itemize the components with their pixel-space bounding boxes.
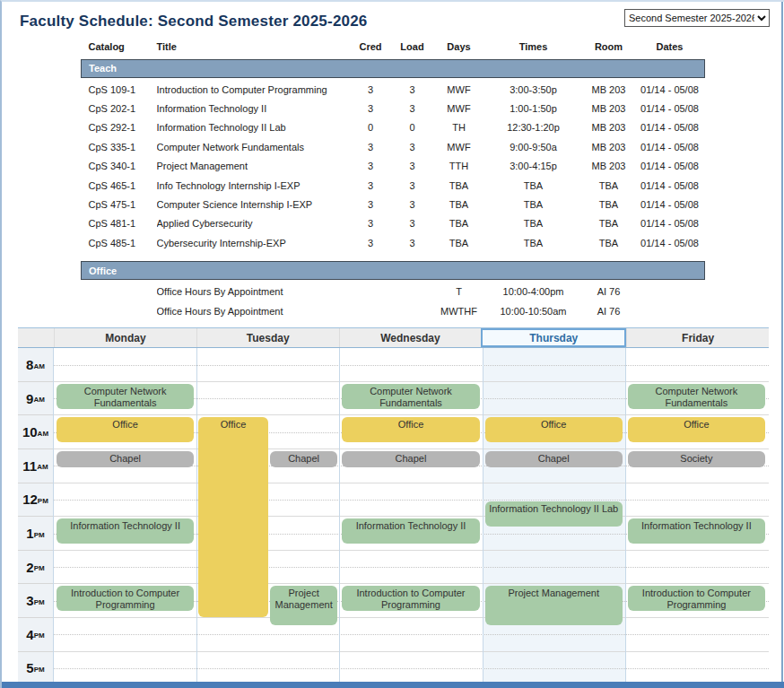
column-header-room: Room [583, 41, 635, 54]
semester-select-wrap: Second Semester 2025-2026 [624, 9, 770, 27]
event-block-computer-network-fundamentals: Computer Network Fundamentals [628, 384, 765, 409]
day-header-monday: Monday [54, 328, 196, 347]
cell-dates: 01/14 - 05/08 [635, 233, 705, 252]
cell-times: TBA [484, 176, 583, 195]
cell-days: TBA [434, 176, 484, 195]
hour-row [54, 652, 769, 686]
table-row: Office Hours By AppointmentT10:00-4:00pm… [82, 283, 705, 301]
hour-number: 4 [26, 627, 33, 642]
cell-catalog [82, 301, 157, 320]
event-block-introduction-to-computer-programming: Introduction to Computer Programming [57, 586, 194, 611]
cell-load: 0 [391, 118, 434, 137]
hour-label: 2PM [18, 551, 53, 585]
cell-room: AI 76 [583, 301, 635, 320]
cell-cred: 3 [351, 176, 391, 195]
cell-title: Computer Network Fundamentals [157, 137, 351, 156]
table-row: CpS 481-1Applied Cybersecurity33TBATBATB… [82, 214, 705, 233]
calendar-day-header-row: MondayTuesdayWednesdayThursdayFriday [18, 327, 769, 348]
cell-room: MB 203 [583, 137, 635, 156]
hour-label: 3PM [18, 584, 53, 618]
cell-load: 3 [391, 195, 434, 213]
cell-catalog: CpS 481-1 [82, 214, 157, 233]
half-hour-line [54, 668, 769, 669]
cell-room: TBA [583, 233, 635, 252]
hour-row [54, 551, 769, 585]
hour-number: 11 [22, 458, 37, 474]
event-block-office: Office [342, 417, 479, 442]
hour-period: PM [38, 497, 48, 505]
hour-label: 5PM [18, 652, 53, 686]
cell-room: TBA [583, 176, 635, 195]
hour-number: 1 [26, 526, 33, 541]
cell-room: MB 203 [583, 80, 635, 99]
cell-title: Information Technology II [157, 99, 351, 118]
event-block-project-management: Project Management [485, 586, 623, 625]
hour-period: PM [34, 531, 45, 539]
cell-days: MWF [434, 99, 484, 118]
cell-days: TBA [434, 195, 484, 213]
half-hour-line [54, 634, 769, 635]
hour-label: 1PM [18, 517, 53, 551]
table-row: CpS 292-1Information Technology II Lab00… [82, 118, 705, 137]
column-header-days: Days [434, 41, 484, 54]
hour-label: 9AM [18, 382, 53, 416]
event-block-computer-network-fundamentals: Computer Network Fundamentals [342, 384, 479, 409]
cell-times: 3:00-4:15p [484, 157, 583, 176]
cell-catalog: CpS 109-1 [82, 80, 157, 99]
event-block-information-technology-ii-lab: Information Technology II Lab [485, 501, 623, 527]
cell-title: Project Management [157, 157, 351, 176]
cell-load: 3 [391, 157, 434, 176]
cell-room: TBA [583, 195, 635, 213]
cell-title: Applied Cybersecurity [157, 214, 351, 233]
cell-cred: 3 [351, 157, 391, 176]
cell-catalog: CpS 335-1 [82, 137, 157, 156]
cell-cred [351, 301, 391, 320]
column-separator [339, 348, 340, 685]
hour-label: 11AM [18, 449, 53, 483]
hour-period: PM [34, 598, 45, 606]
day-header-thursday: Thursday [481, 328, 626, 347]
cell-title: Office Hours By Appointment [157, 283, 351, 301]
semester-select[interactable]: Second Semester 2025-2026 [624, 9, 770, 27]
bottom-border-bar [2, 682, 784, 688]
column-header-load: Load [391, 41, 434, 54]
event-block-information-technology-ii: Information Technology II [342, 518, 479, 544]
cell-catalog: CpS 465-1 [82, 176, 157, 195]
cell-days: MWTHF [434, 301, 484, 320]
event-block-chapel: Chapel [485, 451, 623, 467]
table-row: CpS 475-1Computer Science Internship I-E… [82, 195, 705, 213]
cell-dates: 01/14 - 05/08 [635, 80, 705, 99]
hour-label: 10AM [18, 415, 53, 449]
column-header-title: Title [157, 41, 351, 54]
cell-days: TBA [434, 233, 484, 252]
cell-room: MB 203 [583, 99, 635, 118]
cell-times: 10:00-10:50am [484, 301, 583, 320]
half-hour-line [54, 365, 769, 366]
cell-dates [635, 301, 705, 320]
cell-catalog: CpS 475-1 [82, 195, 157, 213]
event-block-project-management: Project Management [270, 586, 338, 625]
cell-times: 1:00-1:50p [484, 99, 583, 118]
hour-row [54, 618, 769, 652]
table-row: CpS 485-1Cybersecurity Internship-EXP33T… [82, 233, 705, 252]
cell-room: MB 203 [583, 118, 635, 137]
hour-number: 5 [26, 660, 33, 675]
hour-number: 3 [26, 593, 33, 608]
weekly-calendar: MondayTuesdayWednesdayThursdayFriday 8AM… [18, 327, 769, 685]
event-block-office: Office [57, 417, 194, 442]
calendar-grid: 8AM9AM10AM11AM12PM1PM2PM3PM4PM5PMCompute… [18, 348, 769, 685]
cell-cred: 3 [351, 195, 391, 213]
cell-days: T [434, 283, 484, 301]
cell-load [391, 283, 434, 301]
column-separator [483, 348, 483, 685]
cell-dates: 01/14 - 05/08 [635, 137, 705, 156]
cell-dates [635, 283, 705, 301]
day-header-wednesday: Wednesday [339, 328, 482, 347]
cell-load: 3 [391, 80, 434, 99]
cell-times: 3:00-3:50p [484, 80, 583, 99]
cell-days: MWF [434, 80, 484, 99]
event-block-chapel: Chapel [342, 451, 479, 467]
cell-days: MWF [434, 137, 484, 156]
hour-label: 4PM [18, 618, 53, 652]
cell-dates: 01/14 - 05/08 [635, 118, 705, 137]
